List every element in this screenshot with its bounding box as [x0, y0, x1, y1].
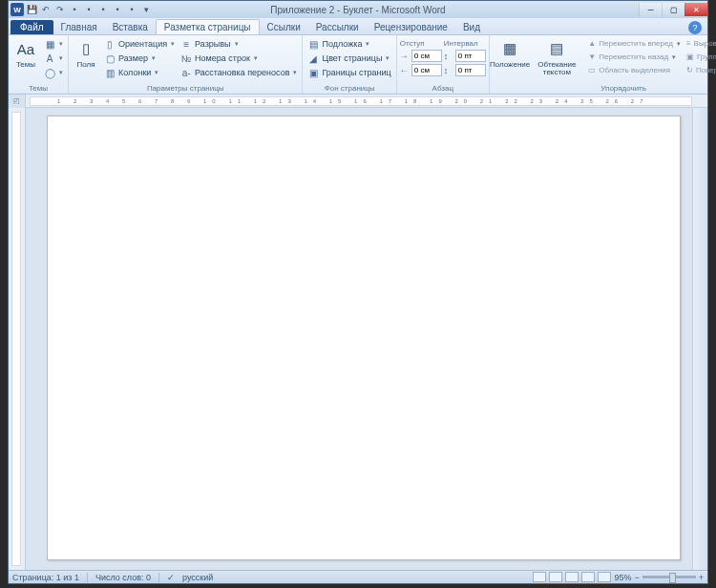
help-icon[interactable]: ? — [688, 21, 702, 34]
watermark-button[interactable]: ▤Подложка▾ — [305, 37, 392, 51]
view-print-layout-button[interactable] — [533, 572, 546, 582]
forward-icon: ▲ — [588, 39, 596, 48]
theme-colors-button[interactable]: ▦▾ — [42, 37, 65, 51]
titlebar: W 💾 ↶ ↷ • • • • • ▾ Приложение 2 - Букле… — [9, 1, 707, 18]
columns-button[interactable]: ▥Колонки▾ — [102, 66, 177, 79]
statusbar: Страница: 1 из 1 Число слов: 0 ✓ русский… — [9, 570, 707, 583]
rotate-button[interactable]: ↻Повернуть▾ — [684, 64, 716, 76]
send-backward-button[interactable]: ▼Переместить назад▾ — [586, 51, 683, 63]
group-themes: Aa Темы ▦▾ A▾ ◯▾ Темы — [9, 35, 69, 94]
view-outline-button[interactable] — [581, 572, 595, 582]
qat-btn-5[interactable]: • — [125, 3, 138, 16]
watermark-icon: ▤ — [307, 38, 319, 50]
bring-forward-button[interactable]: ▲Переместить вперед▾ — [586, 37, 683, 50]
tab-review[interactable]: Рецензирование — [367, 20, 455, 34]
ruler-vertical[interactable] — [9, 108, 26, 570]
space-after-input[interactable] — [455, 64, 486, 76]
view-draft-button[interactable] — [598, 572, 611, 582]
page[interactable] — [47, 116, 681, 560]
redo-icon[interactable]: ↷ — [53, 3, 67, 16]
align-icon: ≡ — [686, 39, 691, 48]
quick-access-toolbar: W 💾 ↶ ↷ • • • • • ▾ — [9, 3, 153, 16]
status-proofing-icon[interactable]: ✓ — [167, 573, 175, 582]
status-words[interactable]: Число слов: 0 — [95, 573, 151, 582]
zoom-in-button[interactable]: + — [699, 573, 704, 582]
window-title: Приложение 2 - Буклет - Microsoft Word — [270, 5, 445, 15]
position-button[interactable]: ▦ Положение — [493, 37, 528, 77]
zoom-out-button[interactable]: − — [634, 573, 639, 582]
size-button[interactable]: ▢Размер▾ — [102, 52, 177, 65]
page-borders-button[interactable]: ▣Границы страниц — [305, 66, 392, 79]
undo-icon[interactable]: ↶ — [39, 3, 53, 16]
qat-btn-2[interactable]: • — [82, 3, 95, 16]
space-after-icon: ↕ — [444, 66, 453, 75]
theme-fonts-button[interactable]: A▾ — [42, 52, 65, 65]
status-language[interactable]: русский — [182, 573, 213, 582]
zoom-level[interactable]: 95% — [614, 573, 631, 582]
minimize-button[interactable]: ─ — [639, 3, 662, 16]
qat-btn-4[interactable]: • — [111, 3, 124, 16]
themes-icon: Aa — [15, 38, 36, 59]
indent-right-icon: ← — [400, 66, 410, 75]
zoom-slider[interactable] — [642, 576, 696, 578]
qat-btn-3[interactable]: • — [96, 3, 110, 16]
line-numbers-icon: № — [180, 52, 192, 64]
workspace — [9, 108, 707, 570]
size-icon: ▢ — [104, 52, 116, 64]
wrap-text-button[interactable]: ▤ Обтекание текстом — [529, 37, 584, 77]
status-page[interactable]: Страница: 1 из 1 — [12, 573, 79, 582]
view-web-layout-button[interactable] — [565, 572, 579, 582]
ribbon: Aa Темы ▦▾ A▾ ◯▾ Темы ▯ Поля ▯Ориентация… — [9, 35, 707, 94]
margins-button[interactable]: ▯ Поля — [72, 37, 100, 79]
scrollbar-vertical[interactable] — [692, 108, 707, 570]
backward-icon: ▼ — [588, 52, 596, 61]
colors-icon: ▦ — [44, 38, 55, 50]
space-before-icon: ↕ — [444, 52, 453, 61]
theme-effects-button[interactable]: ◯▾ — [42, 66, 65, 79]
orientation-button[interactable]: ▯Ориентация▾ — [102, 37, 177, 51]
tab-insert[interactable]: Вставка — [105, 20, 156, 34]
line-numbers-button[interactable]: №Номера строк▾ — [179, 52, 299, 65]
align-button[interactable]: ≡Выровнять▾ — [684, 37, 716, 50]
file-tab[interactable]: Файл — [11, 20, 53, 34]
page-color-button[interactable]: ◢Цвет страницы▾ — [305, 52, 392, 65]
group-paragraph: Отступ → ← Интервал ↕ ↕ Абзац — [397, 35, 490, 94]
maximize-button[interactable]: ▢ — [662, 3, 684, 16]
view-full-screen-button[interactable] — [549, 572, 562, 582]
indent-left-input[interactable] — [411, 50, 442, 62]
app-window: W 💾 ↶ ↷ • • • • • ▾ Приложение 2 - Букле… — [8, 0, 708, 584]
group-icon: ▣ — [686, 52, 694, 61]
tab-home[interactable]: Главная — [53, 20, 105, 34]
hyphenation-icon: a- — [180, 67, 192, 78]
word-icon[interactable]: W — [11, 3, 24, 16]
wrap-icon: ▤ — [546, 38, 567, 59]
selection-icon: ▭ — [588, 66, 596, 74]
tab-page-layout[interactable]: Разметка страницы — [156, 19, 260, 34]
space-before-input[interactable] — [455, 50, 486, 62]
group-button[interactable]: ▣Группировать▾ — [684, 51, 716, 63]
position-icon: ▦ — [499, 38, 520, 59]
close-button[interactable]: ✕ — [684, 3, 707, 16]
breaks-button[interactable]: ≡Разрывы▾ — [179, 37, 299, 51]
document-area[interactable] — [26, 108, 692, 570]
effects-icon: ◯ — [44, 67, 55, 78]
group-page-setup: ▯ Поля ▯Ориентация▾ ▢Размер▾ ▥Колонки▾ ≡… — [69, 35, 303, 94]
qat-btn-1[interactable]: • — [68, 3, 81, 16]
group-arrange: ▦ Положение ▤ Обтекание текстом ▲Перемес… — [490, 35, 716, 94]
selection-pane-button[interactable]: ▭Область выделения — [586, 64, 683, 76]
ruler-v-scale[interactable] — [11, 112, 21, 566]
ruler-corner[interactable]: ◰ — [9, 94, 26, 108]
ruler-h-scale[interactable] — [30, 96, 692, 106]
themes-button[interactable]: Aa Темы — [11, 37, 40, 79]
ruler-horizontal[interactable]: ◰ — [9, 94, 707, 108]
tab-view[interactable]: Вид — [455, 20, 488, 34]
tab-references[interactable]: Ссылки — [260, 20, 308, 34]
hyphenation-button[interactable]: a-Расстановка переносов▾ — [179, 66, 299, 79]
save-icon[interactable]: 💾 — [25, 3, 38, 16]
qat-customize-icon[interactable]: ▾ — [139, 3, 153, 16]
indent-right-input[interactable] — [411, 64, 442, 76]
margins-icon: ▯ — [75, 38, 96, 59]
rotate-icon: ↻ — [686, 66, 693, 74]
tab-mailings[interactable]: Рассылки — [308, 20, 367, 34]
window-controls: ─ ▢ ✕ — [639, 3, 707, 16]
